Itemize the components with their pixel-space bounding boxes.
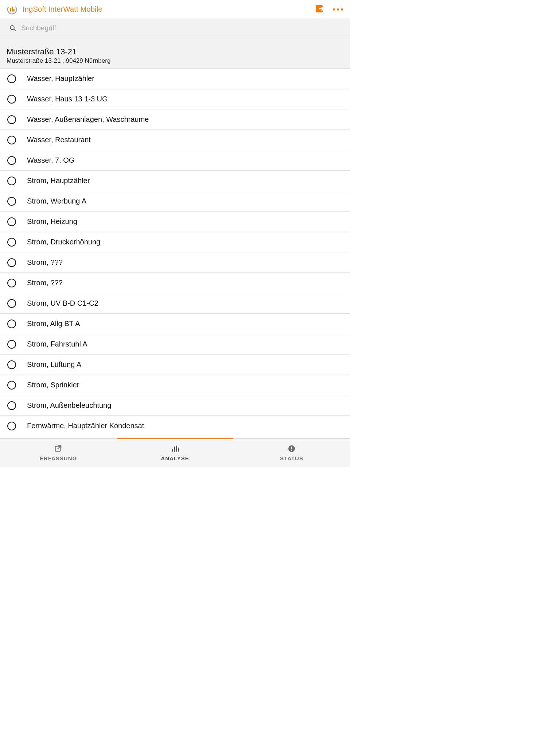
meter-label: Strom, Außenbeleuchtung — [27, 401, 111, 410]
tab-erfassung-label: ERFASSUNG — [40, 455, 77, 461]
meter-row[interactable]: Strom, Werbung A — [0, 191, 350, 212]
svg-rect-2 — [12, 7, 13, 11]
tab-erfassung[interactable]: ERFASSUNG — [0, 439, 117, 467]
meter-label: Fernwärme, Hauptzähler Kondensat — [27, 422, 144, 430]
meter-label: Wasser, Haus 13 1-3 UG — [27, 95, 108, 103]
app-header: IngSoft InterWatt Mobile — [0, 0, 350, 19]
radio-circle-icon[interactable] — [7, 115, 16, 124]
meter-row[interactable]: Strom, Allg BT A — [0, 314, 350, 334]
meter-row[interactable]: Wasser, Haus 13 1-3 UG — [0, 89, 350, 109]
meter-row[interactable]: Strom, Heizung — [0, 212, 350, 232]
radio-circle-icon[interactable] — [7, 360, 16, 369]
meter-label: Wasser, 7. OG — [27, 156, 74, 165]
svg-rect-3 — [13, 9, 15, 12]
meter-label: Strom, Heizung — [27, 217, 77, 226]
svg-rect-11 — [178, 448, 179, 452]
svg-rect-14 — [291, 450, 292, 451]
meter-row[interactable]: Strom, ??? — [0, 252, 350, 273]
meter-row[interactable]: Strom, UV B-D C1-C2 — [0, 293, 350, 314]
radio-circle-icon[interactable] — [7, 136, 16, 144]
svg-rect-1 — [10, 8, 11, 11]
app-title: IngSoft InterWatt Mobile — [23, 5, 102, 13]
meter-row[interactable]: Wasser, Hauptzähler — [0, 69, 350, 89]
radio-circle-icon[interactable] — [7, 320, 16, 328]
meter-label: Strom, Druckerhöhung — [27, 238, 100, 246]
meter-label: Strom, UV B-D C1-C2 — [27, 299, 98, 307]
radio-circle-icon[interactable] — [7, 299, 16, 308]
location-header: Musterstraße 13-21 Musterstraße 13-21 , … — [0, 36, 350, 69]
meter-row[interactable]: Wasser, 7. OG — [0, 150, 350, 171]
tab-analyse[interactable]: ANALYSE — [117, 439, 233, 467]
tab-status-label: STATUS — [280, 455, 303, 461]
meter-label: Strom, ??? — [27, 258, 63, 267]
radio-circle-icon[interactable] — [7, 95, 16, 104]
location-subtitle: Musterstraße 13-21 , 90429 Nürnberg — [7, 57, 344, 65]
meter-row[interactable]: Strom, Sprinkler — [0, 375, 350, 395]
edit-icon — [54, 444, 63, 453]
svg-rect-10 — [176, 446, 177, 452]
tab-analyse-label: ANALYSE — [161, 455, 189, 461]
app-logo-icon — [7, 4, 18, 15]
radio-circle-icon[interactable] — [7, 156, 16, 165]
radio-circle-icon[interactable] — [7, 258, 16, 267]
meter-row[interactable]: Strom, Druckerhöhung — [0, 232, 350, 252]
meter-label: Strom, Allg BT A — [27, 320, 80, 328]
search-input[interactable] — [21, 24, 341, 32]
radio-circle-icon[interactable] — [7, 340, 16, 349]
radio-circle-icon[interactable] — [7, 422, 16, 430]
svg-rect-13 — [291, 447, 292, 449]
radio-circle-icon[interactable] — [7, 177, 16, 185]
radio-circle-icon[interactable] — [7, 401, 16, 410]
meter-row[interactable]: Fernwärme, Hauptzähler Kondensat — [0, 416, 350, 436]
meter-label: Wasser, Hauptzähler — [27, 74, 94, 83]
bar-chart-icon — [171, 444, 179, 453]
meter-row[interactable]: Wasser, Restaurant — [0, 130, 350, 150]
tab-status[interactable]: STATUS — [233, 439, 350, 467]
logo-group: IngSoft InterWatt Mobile — [7, 4, 102, 15]
radio-circle-icon[interactable] — [7, 238, 16, 247]
radio-circle-icon[interactable] — [7, 217, 16, 226]
meter-label: Strom, ??? — [27, 279, 63, 287]
meter-label: Strom, Werbung A — [27, 197, 86, 205]
radio-circle-icon[interactable] — [7, 381, 16, 390]
meter-label: Wasser, Außenanlagen, Waschräume — [27, 115, 149, 124]
meter-label: Strom, Hauptzähler — [27, 177, 90, 185]
search-bar[interactable] — [0, 19, 350, 36]
meter-row[interactable]: Wasser, Außenanlagen, Waschräume — [0, 109, 350, 130]
search-icon — [9, 25, 16, 31]
radio-circle-icon[interactable] — [7, 279, 16, 287]
meter-list: Wasser, HauptzählerWasser, Haus 13 1-3 U… — [0, 69, 350, 438]
radio-circle-icon[interactable] — [7, 197, 16, 206]
alert-icon — [287, 444, 296, 453]
svg-rect-9 — [174, 447, 175, 452]
svg-line-6 — [14, 29, 15, 31]
exit-button[interactable] — [314, 4, 325, 15]
meter-row[interactable]: Strom, Hauptzähler — [0, 171, 350, 191]
meter-label: Strom, Sprinkler — [27, 381, 79, 389]
meter-label: Wasser, Restaurant — [27, 136, 91, 144]
svg-rect-8 — [172, 449, 173, 452]
meter-row[interactable]: Strom, Fahrstuhl A — [0, 334, 350, 355]
meter-row[interactable]: Strom, Außenbeleuchtung — [0, 395, 350, 416]
bottom-tabbar: ERFASSUNG ANALYSE STATUS — [0, 438, 350, 467]
meter-row[interactable]: Strom, Lüftung A — [0, 355, 350, 375]
meter-label: Strom, Lüftung A — [27, 360, 81, 369]
more-icon — [333, 8, 343, 11]
meter-row[interactable]: Strom, ??? — [0, 273, 350, 293]
active-tab-indicator — [117, 438, 233, 439]
meter-label: Strom, Fahrstuhl A — [27, 340, 88, 348]
exit-icon — [315, 4, 325, 15]
location-title: Musterstraße 13-21 — [7, 47, 344, 57]
more-button[interactable] — [332, 4, 344, 15]
radio-circle-icon[interactable] — [7, 74, 16, 83]
